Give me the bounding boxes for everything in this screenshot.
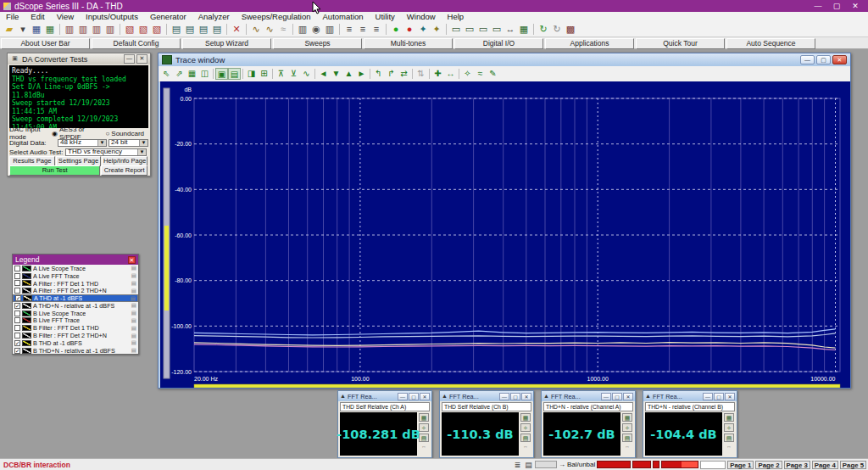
sample-rate-select[interactable]: 48 kHz▼ [58,139,107,147]
meter-resize-icon[interactable]: ↔ [625,444,630,449]
copy-trace-icon[interactable]: ▤ [131,333,136,339]
legend-item-a-filter-fft-det-1-thd[interactable]: A Filter : FFT Det 1 THD▤ [13,280,138,288]
close-button[interactable]: ✕ [846,1,865,12]
monitor-icon[interactable]: ▦ [517,23,531,36]
limits-icon[interactable]: ▥ [323,23,337,36]
graph-settings-icon[interactable]: ▤ [228,68,241,80]
trace-visibility-checkbox[interactable]: ✓ [14,340,20,346]
page-3-button[interactable]: Page 3 [784,461,810,469]
trace-visibility-checkbox[interactable] [14,317,20,323]
fft-b-icon[interactable]: ▤ [210,23,224,36]
legend-item-b-filter-fft-det-2-thd-n[interactable]: B Filter : FFT Det 2 THD+N▤ [13,332,138,339]
report-tool-icon[interactable]: ▩ [564,23,577,36]
chevron-down-icon[interactable]: ▼ [97,140,106,146]
layout-1-icon[interactable]: ▭ [449,23,463,36]
compress-x-icon[interactable]: ⊼ [275,68,287,80]
legend-titlebar[interactable]: Legend ✕ [13,255,138,265]
copy-trace-icon[interactable]: ▤ [131,317,136,324]
legend-item-a-live-scope-trace[interactable]: A Live Scope Trace▤ [13,265,138,272]
meter-close-button[interactable]: ✕ [623,393,633,400]
meter-display-mode-icon[interactable]: ▦ [724,413,734,422]
stop-run-icon[interactable]: ● [403,23,416,36]
meter-maximize-button[interactable]: ▢ [409,393,419,400]
graph-export-icon[interactable]: ▣ [215,68,228,80]
meter-minimize-button[interactable]: — [703,393,713,400]
legend-item-b-thd-n-relative-at-1-dbfs[interactable]: ✓B THD+N - relative at -1 dBFS▤ [13,347,138,355]
trace-visibility-checkbox[interactable] [14,325,20,331]
page-5-button[interactable]: Page 5 [840,461,866,469]
cursor-right-icon[interactable]: ► [355,68,368,80]
generator-panel-icon[interactable]: ▧ [123,23,136,36]
trace-close-button[interactable]: ✕ [832,55,847,64]
create-report-button[interactable]: Create Report [101,165,147,176]
meter-titlebar[interactable]: ▲FFT Rea...—▢✕ [338,391,431,401]
overlay-icon[interactable]: ≈ [474,68,487,80]
compress-y-icon[interactable]: ⊻ [287,68,300,80]
scope-b-icon[interactable]: ▤ [183,23,197,36]
audio-test-select[interactable]: THD vs frequency▼ [65,148,147,156]
legend-close-button[interactable]: ✕ [128,256,136,264]
trace-minimize-button[interactable]: — [800,55,815,64]
axes-setup-icon[interactable]: ◨ [245,68,258,80]
auto-sequence-button[interactable]: Auto Sequence [726,38,815,49]
legend-item-a-live-fft-trace[interactable]: A Live FFT Trace▤ [13,272,138,280]
close-windows-icon[interactable]: ✕ [230,23,243,36]
meter-resize-icon[interactable]: ↔ [523,444,528,449]
about-user-bar-button[interactable]: About User Bar [1,38,90,49]
menu-view[interactable]: View [51,12,80,21]
autoscale-icon[interactable]: ∿ [300,68,313,80]
layout-4-icon[interactable]: ▭ [490,23,504,36]
swap-axes-icon[interactable]: ↔ [444,68,457,80]
page-4-button[interactable]: Page 4 [812,461,838,469]
meter-display-mode-icon[interactable]: ▦ [622,413,632,422]
start-run-icon[interactable]: ● [389,23,403,36]
run-test-button[interactable]: Run Test [9,165,100,176]
sweeps-button[interactable]: Sweeps [273,38,362,49]
sweep-disabled-icon[interactable]: ≈ [276,23,290,36]
meter-settings-icon[interactable]: ✧ [622,423,632,432]
refresh-b-icon[interactable]: ↻ [550,23,564,36]
meter-log-icon[interactable]: ▤ [622,434,632,442]
printer-icon[interactable]: ≣ [513,461,522,469]
branch-trace-icon[interactable]: ✚ [431,68,444,80]
menu-utility[interactable]: Utility [370,12,401,21]
sweep-run-icon[interactable]: ∿ [263,23,276,36]
meter-close-button[interactable]: ✕ [521,393,531,400]
script-edit-icon[interactable]: ✦ [430,23,443,36]
bit-depth-select[interactable]: 24 bit▼ [108,139,148,147]
meter-resize-icon[interactable]: ↔ [726,444,732,449]
meter-close-button[interactable]: ✕ [725,393,735,400]
layout-2-icon[interactable]: ▭ [463,23,476,36]
legend-item-a-thd-at-1-dbfs[interactable]: ✓A THD at -1 dBFS▤ [13,294,138,302]
menu-file[interactable]: File [0,12,25,21]
digital-i-o-button[interactable]: Digital I/O [454,38,543,49]
regulation-icon[interactable]: ▥ [296,23,309,36]
fft-window-icon[interactable]: ▥ [76,23,90,36]
save-as-icon[interactable]: ▦ [43,23,57,36]
legend-item-b-filter-fft-det-1-thd[interactable]: B Filter : FFT Det 1 THD▤ [13,324,138,332]
copy-trace-icon[interactable]: ▤ [131,295,136,302]
meter-close-button[interactable]: ✕ [420,393,430,400]
pan-trace-icon[interactable]: ⇖ [160,68,173,80]
menu-window[interactable]: Window [401,12,442,21]
trace-visibility-checkbox[interactable]: ✓ [14,348,20,354]
open-config-icon[interactable]: ▰ [3,23,16,36]
copy-trace-icon[interactable]: ◫ [198,68,211,80]
page-2-button[interactable]: Page 2 [755,461,782,469]
meter-minimize-button[interactable]: — [499,393,509,400]
meter-settings-icon[interactable]: ✧ [419,423,429,432]
cursor-left-icon[interactable]: ◄ [317,68,330,80]
applications-button[interactable]: Applications [545,38,634,49]
menu-edit[interactable]: Edit [25,12,50,21]
copy-trace-icon[interactable]: ▤ [131,272,136,279]
setup-wizard-button[interactable]: Setup Wizard [182,38,271,49]
menu-inputs-outputs[interactable]: Inputs/Outputs [80,12,144,21]
save-trace-icon[interactable]: ▦ [186,68,198,80]
copy-trace-icon[interactable]: ▤ [131,325,136,332]
copy-trace-icon[interactable]: ▤ [131,347,136,354]
copy-trace-icon[interactable]: ▤ [131,280,136,287]
trace-maximize-button[interactable]: ▢ [816,55,831,64]
legend-item-b-live-scope-trace[interactable]: B Live Scope Trace▤ [13,310,138,317]
scope-window-icon[interactable]: ▥ [63,23,76,36]
prev-point-icon[interactable]: ↰ [372,68,385,80]
